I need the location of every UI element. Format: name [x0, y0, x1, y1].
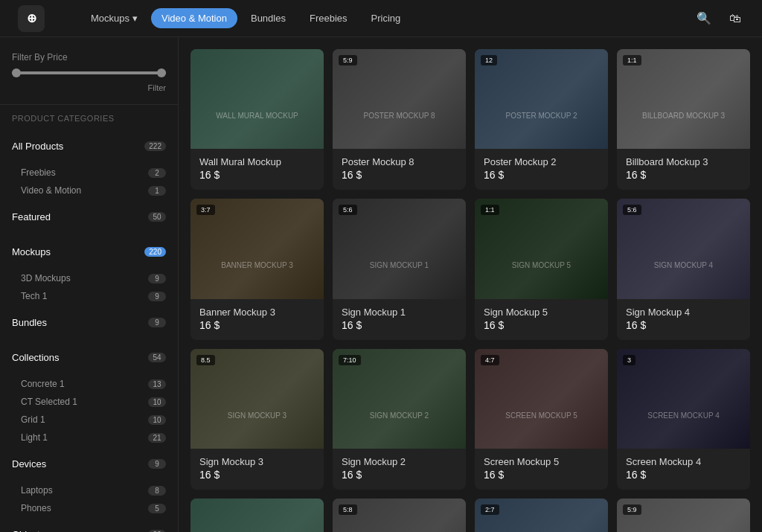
- header: ⊕ Mockups ▾ Video & Motion Bundles Freeb…: [0, 0, 762, 37]
- sidebar-item-3d-mockups[interactable]: 3D Mockups9: [0, 269, 178, 287]
- sidebar-item-light-1[interactable]: Light 121: [0, 429, 178, 446]
- category-count: 220: [144, 247, 166, 257]
- nav-freebies[interactable]: Freebies: [299, 8, 358, 28]
- product-name: Sign Mockup 4: [626, 307, 741, 318]
- product-price: 16 $: [484, 469, 599, 481]
- nav-pricing[interactable]: Pricing: [361, 8, 412, 28]
- product-card[interactable]: BILLBOARD MOCKUP 31:1Billboard Mockup 31…: [617, 49, 750, 190]
- sidebar-item-concrete-1[interactable]: Concrete 113: [0, 375, 178, 393]
- category-label: Phones: [21, 503, 51, 513]
- product-badge: 3: [623, 355, 635, 365]
- sidebar-item-bundles[interactable]: Bundles9: [0, 305, 178, 340]
- product-card[interactable]: SIGN MOCKUP 27:10Sign Mockup 216 $: [333, 349, 466, 490]
- product-name: Sign Mockup 1: [342, 307, 457, 318]
- product-card[interactable]: POSTER MOCKUP 212Poster Mockup 216 $: [475, 49, 608, 190]
- product-info: Sign Mockup 416 $: [617, 299, 750, 340]
- sidebar-item-all-products[interactable]: All Products222: [0, 129, 178, 164]
- sidebar-item-phones[interactable]: Phones5: [0, 499, 178, 517]
- product-info: Banner Mockup 316 $: [190, 299, 324, 340]
- sidebar-item-featured[interactable]: Featured50: [0, 199, 178, 234]
- product-card[interactable]: SCREEN MOCKUP 54:7Screen Mockup 516 $: [475, 349, 608, 490]
- product-badge: 2:7: [481, 504, 499, 515]
- category-label: Mockups: [12, 246, 51, 257]
- product-card[interactable]: SIGN MOCKUP 45:6Sign Mockup 416 $: [617, 199, 750, 339]
- product-price: 16 $: [626, 319, 741, 331]
- product-card[interactable]: SCREEN MOCKUP 43Screen Mockup 416 $: [617, 349, 750, 490]
- category-count: 5: [148, 504, 166, 513]
- product-price: 16 $: [342, 169, 457, 181]
- product-price: 16 $: [484, 169, 599, 181]
- main-content: WALL MURAL MOCKUPWall Mural Mockup16 $PO…: [179, 37, 762, 532]
- category-list: All Products222Freebies2Video & Motion1F…: [0, 129, 178, 532]
- product-info: Poster Mockup 216 $: [475, 149, 608, 190]
- sidebar: Filter By Price Filter Product Categorie…: [0, 37, 179, 532]
- product-price: 16 $: [484, 319, 599, 331]
- category-label: Objects: [12, 529, 45, 532]
- sidebar-item-video-&-motion[interactable]: Video & Motion1: [0, 182, 178, 199]
- product-name: Sign Mockup 5: [484, 307, 599, 318]
- product-card[interactable]: SIGN MOCKUP 51:1Sign Mockup 516 $: [475, 199, 608, 339]
- product-card[interactable]: SIGN MOCKUP 38.5Sign Mockup 316 $: [190, 349, 324, 490]
- nav-bundles[interactable]: Bundles: [240, 8, 296, 28]
- product-badge: 5:9: [339, 55, 357, 65]
- price-slider-thumb-left[interactable]: [12, 68, 21, 77]
- sidebar-item-objects[interactable]: Objects26: [0, 517, 178, 532]
- price-slider-thumb-right[interactable]: [157, 68, 166, 77]
- product-badge: 5:6: [623, 205, 641, 215]
- product-card[interactable]: SIGN MOCKUP2:7Sign Mockup16 $: [475, 499, 608, 532]
- product-info: Wall Mural Mockup16 $: [190, 149, 324, 190]
- body: Filter By Price Filter Product Categorie…: [0, 37, 762, 532]
- product-info: Sign Mockup 516 $: [475, 299, 608, 340]
- header-icons: 🔍 🛍: [694, 8, 744, 28]
- category-label: CT Selected 1: [21, 397, 77, 407]
- product-name: Billboard Mockup 3: [626, 156, 741, 167]
- category-count: 50: [148, 212, 166, 222]
- product-card[interactable]: WALL MURAL MOCKUPWall Mural Mockup16 $: [190, 49, 324, 190]
- sidebar-item-tech-1[interactable]: Tech 19: [0, 287, 178, 305]
- product-price: 16 $: [342, 319, 457, 331]
- sidebar-item-grid-1[interactable]: Grid 110: [0, 411, 178, 429]
- product-thumbnail: SCREEN MOCKUP 43: [617, 349, 750, 449]
- product-card[interactable]: POSTER MOCKUP 85:9Poster Mockup 816 $: [333, 49, 466, 190]
- product-price: 16 $: [199, 469, 315, 481]
- product-thumbnail: SIGN MOCKUP 51:1: [475, 199, 608, 298]
- nav-mockups[interactable]: Mockups ▾: [80, 8, 148, 28]
- product-info: Sign Mockup 316 $: [190, 449, 324, 490]
- product-card[interactable]: BILLBOARD SCREEN MOCKUPBillboard Screen …: [190, 499, 324, 532]
- product-card[interactable]: SCREEN MOCKUP5:8Screen Mockup16 $: [333, 499, 466, 532]
- product-card[interactable]: BANNER MOCKUP 33:7Banner Mockup 316 $: [190, 199, 324, 339]
- category-count: 9: [148, 292, 166, 301]
- category-label: Light 1: [21, 432, 48, 443]
- sidebar-item-collections[interactable]: Collections54: [0, 340, 178, 375]
- category-count: 10: [148, 415, 166, 425]
- product-info: Sign Mockup 116 $: [333, 299, 466, 340]
- product-thumbnail: SIGN MOCKUP 45:6: [617, 199, 750, 298]
- sidebar-item-mockups[interactable]: Mockups220: [0, 234, 178, 269]
- product-badge: 8.5: [196, 355, 215, 365]
- product-thumbnail: POSTER MOCKUP 212: [475, 49, 608, 149]
- product-card[interactable]: SIGN MOCKUP 15:6Sign Mockup 116 $: [333, 199, 466, 339]
- category-count: 1: [148, 186, 166, 196]
- product-info: Sign Mockup 216 $: [333, 449, 466, 490]
- category-label: Collections: [12, 352, 60, 363]
- product-thumbnail: SCREEN MOCKUP 54:7: [475, 349, 608, 449]
- product-thumbnail: POSTER MOCKUP 85:9: [333, 49, 466, 149]
- product-badge: 4:7: [481, 355, 499, 365]
- sidebar-item-ct-selected-1[interactable]: CT Selected 110: [0, 393, 178, 411]
- sidebar-item-laptops[interactable]: Laptops8: [0, 481, 178, 499]
- product-name: Sign Mockup 2: [342, 456, 457, 467]
- product-price: 16 $: [199, 319, 315, 331]
- sidebar-item-devices[interactable]: Devices9: [0, 446, 178, 481]
- product-price: 16 $: [626, 169, 741, 181]
- search-button[interactable]: 🔍: [694, 8, 714, 28]
- filter-button[interactable]: Filter: [148, 83, 166, 92]
- price-slider[interactable]: [12, 71, 166, 74]
- product-card[interactable]: POSTER MOCKUP5:9Poster Mockup16 $: [617, 499, 750, 532]
- nav-video-motion[interactable]: Video & Motion: [151, 8, 237, 28]
- sidebar-item-freebies[interactable]: Freebies2: [0, 164, 178, 182]
- product-name: Wall Mural Mockup: [199, 156, 315, 167]
- logo: ⊕: [18, 5, 45, 32]
- cart-button[interactable]: 🛍: [726, 9, 744, 28]
- product-price: 16 $: [199, 169, 315, 181]
- product-badge: 7:10: [339, 355, 361, 365]
